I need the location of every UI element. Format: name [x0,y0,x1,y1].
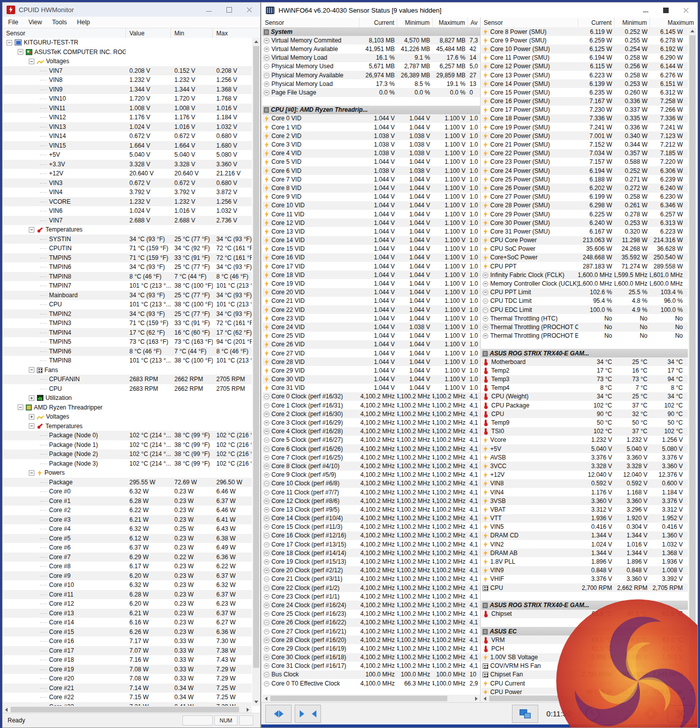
table-row[interactable]: CPU PPT287.183 W71.274 W289.558 W [481,262,688,270]
table-row[interactable]: Core 10 VID1.044 V1.044 V1.100 V1.0 [262,201,480,210]
maximize-button[interactable] [663,7,670,14]
table-row[interactable]: VIN50.416 V0.304 V0.416 V [481,523,688,531]
table-row[interactable]: Temp217 °C16 °C17 °C [481,366,688,375]
column-minimum[interactable]: Minimum [397,18,433,27]
table-row[interactable]: TMPIN8101 °C (213 °...38 °C (100 °F)101 … [3,356,252,366]
section-header-row[interactable]: ASUS ROG STRIX TRX40-E GAM... [481,601,688,609]
table-row[interactable]: Core 28 Clock (perf #16/20)4,100.2 MHz4,… [262,635,480,644]
table-row[interactable]: Physical Memory Used5,671 MB2,787 MB6,25… [262,62,480,71]
table-row[interactable]: TMPIN634 °C (93 °F)25 °C (77 °F)34 °C (9… [3,262,252,272]
table-row[interactable]: Core 9 Clock (perf #5/9)4,100.2 MHz4,100… [262,471,480,479]
table-row[interactable]: TMPIN7101 °C (213 °...38 °C (100 °F)101 … [3,281,252,291]
table-row[interactable]: Core 4 VID1.038 V1.038 V1.100 V1.0 [262,149,480,158]
table-row[interactable]: Core 10 Power (SMU)6.125 W0.254 W6.192 W [481,44,688,53]
expand-columns-button[interactable] [265,705,292,723]
table-row[interactable]: Core 11 Power (SMU)6.194 W0.258 W6.290 W [481,54,688,62]
table-row[interactable]: Core #237.21 W0.41 W7.29 W [3,702,252,706]
table-row[interactable]: Core 11 Clock (perf #7/7)4,100.2 MHz4,10… [262,488,480,496]
table-row[interactable]: Core 9 VID1.044 V1.044 V1.100 V1.0 [262,193,480,201]
table-row[interactable]: CPU Power66.528 W25.120 W316.992 W [481,688,688,694]
column-current[interactable]: Current [359,18,397,27]
table-row[interactable]: Core #16.28 W0.23 W6.37 W [3,496,252,506]
scroll-right-icon[interactable] [244,706,252,713]
table-row[interactable]: Core 0 VID1.044 V1.044 V1.100 V1.0 [262,114,480,123]
table-row[interactable]: Core 30 Power (SMU)6.240 W0.253 W6.313 W [481,218,688,227]
table-row[interactable]: Core #96.20 W0.23 W6.37 W [3,571,252,581]
table-row[interactable]: VIN30.672 V0.672 V0.680 V [3,178,252,188]
table-row[interactable]: Core 12 Power (SMU)6.115 W0.256 W6.144 W [481,62,688,71]
table-row[interactable]: Core #227.15 W0.34 W7.25 W [3,693,252,702]
table-row[interactable]: VRM63.0 °C26.0 °C63.0 °C [481,635,688,644]
scroll-left-icon[interactable] [3,706,10,713]
collapse-columns-button[interactable] [295,705,321,723]
table-row[interactable]: +3.3V3.328 V3.328 V3.360 V [3,160,252,169]
table-row[interactable]: VIN72.688 V2.688 V2.736 V [3,216,252,225]
table-row[interactable]: Core #167.17 W0.33 W7.30 W [3,636,252,646]
table-row[interactable]: Core 13 Power (SMU)6.223 W0.258 W6.276 W [481,71,688,79]
table-row[interactable]: Core 0 T0 Effective Clock4,100.0 MHz66.3… [262,679,480,688]
table-row[interactable]: Core #136.21 W0.23 W6.37 W [3,609,252,618]
table-row[interactable]: Thermal Throttling (PROCHOT E...NoNoNo [481,332,688,340]
table-row[interactable]: Core 5 VID1.044 V1.044 V1.100 V1.0 [262,158,480,166]
scroll-left-icon[interactable] [481,695,489,702]
table-row[interactable]: Voltages [3,412,252,422]
collapse-icon[interactable] [29,227,34,233]
table-row[interactable]: VTT1.936 V1.920 V1.952 V [481,514,688,523]
table-row[interactable]: Core 2 VID1.038 V1.038 V1.100 V1.0 [262,131,480,140]
table-row[interactable]: Core 7 Clock (perf #16/25)4,100.2 MHz4,1… [262,453,480,462]
table-row[interactable]: Core 22 Clock (perf #1/2)4,100.2 MHz4,10… [262,583,480,592]
table-row[interactable]: VIN81.232 V1.232 V1.256 V [3,75,252,85]
column-sensor[interactable]: Sensor [3,28,126,38]
table-row[interactable]: Utilization [3,393,252,403]
table-row[interactable]: Temperatures [3,422,252,431]
table-row[interactable]: Core 27 Clock (perf #16/21)4,100.2 MHz4,… [262,627,480,635]
table-row[interactable]: CPU2,700 RPM2,662 RPM2,705 RPM [481,583,688,592]
table-row[interactable]: Core 21 Power (SMU)7.152 W0.344 W7.212 W [481,140,688,149]
horizontal-scrollbar[interactable] [3,706,252,713]
menu-file[interactable]: File [8,19,18,26]
table-row[interactable]: CPU90 °C32 °C90 °C [481,410,688,418]
table-row[interactable]: CPU EDC Limit100.0 %4.9 %100.0 % [481,305,688,314]
table-row[interactable]: VIN90.848 V0.848 V1.008 V [481,566,688,575]
table-row[interactable]: Core #116.28 W0.23 W6.37 W [3,590,252,600]
table-row[interactable]: TMPIN573 °C (163 °F)73 °C (163 °F)94 °C … [3,337,252,347]
table-row[interactable]: Core 24 VID1.044 V1.038 V1.100 V1.0 [262,323,480,331]
table-row[interactable]: Core 24 Clock (perf #16/24)4,100.2 MHz4,… [262,601,480,609]
scroll-left-icon[interactable] [262,695,270,702]
table-row[interactable]: Core #26.22 W0.23 W6.46 W [3,506,252,515]
table-row[interactable]: Core #217.14 W0.34 W7.25 W [3,684,252,693]
table-row[interactable]: CPUTIN71 °C (159 °F)34 °C (92 °F)72 °C (… [3,244,252,253]
table-row[interactable]: Fans [3,366,252,375]
table-row[interactable]: VBAT3.312 V3.296 V3.312 V [481,505,688,514]
column-average[interactable]: Av [468,18,480,27]
table-row[interactable]: Core 3 Clock (perf #16/29)4,100.2 MHz4,1… [262,418,480,427]
table-row[interactable]: VHIF3.376 V3.360 V3.392 V [481,575,688,583]
table-row[interactable]: CPU101 °C (213 °...38 °C (100 °F)101 °C … [3,300,252,309]
table-row[interactable]: TMPIN234 °C (93 °F)25 °C (77 °F)34 °C (9… [3,309,252,319]
table-row[interactable]: Core 12 VID1.044 V1.044 V1.100 V1.0 [262,218,480,227]
table-row[interactable]: Core 7 VID1.044 V1.044 V1.100 V1.0 [262,175,480,184]
close-sensors-button[interactable] [667,705,693,723]
column-max[interactable]: Max [213,28,260,38]
table-row[interactable]: Motherboard34 °C25 °C34 °C [481,357,688,366]
table-row[interactable]: Core #36.21 W0.23 W6.41 W [3,515,252,525]
table-row[interactable]: Core 3 VID1.038 V1.038 V1.100 V1.0 [262,140,480,149]
table-row[interactable]: Package295.55 W72.69 W296.50 W [3,478,252,487]
table-row[interactable]: Virtual Memory Commited8,103 MB4,570 MB8… [262,36,480,44]
table-row[interactable]: TMPIN88 °C (46 °F)7 °C (44 °F)8 °C (46 °… [3,272,252,282]
scroll-up-icon[interactable] [252,38,260,46]
vertical-scrollbar[interactable] [688,27,696,694]
scroll-up-icon[interactable] [688,27,696,35]
column-sensor[interactable]: Sensor [481,18,578,27]
table-row[interactable]: VIN111.008 V1.008 V1.016 V [3,104,252,113]
table-row[interactable]: Core 8 VID1.044 V1.044 V1.100 V1.0 [262,184,480,192]
table-row[interactable]: VIN61.024 V1.016 V1.032 V [3,206,252,216]
table-row[interactable]: Core 4 Clock (perf #16/28)4,100.2 MHz4,1… [262,427,480,436]
table-row[interactable]: Core #207.08 W0.33 W7.29 W [3,674,252,684]
collapse-icon[interactable] [18,404,23,410]
horizontal-scrollbar[interactable] [262,695,480,702]
table-row[interactable]: Virtual Memory Load16.1 %9.1 %17.6 %14 [262,54,480,62]
table-row[interactable]: TMPIN417 °C (62 °F)16 °C (60 °F)17 °C (6… [3,328,252,338]
close-button[interactable] [246,6,253,13]
table-row[interactable]: Core 15 VID1.044 V1.044 V1.100 V1.0 [262,245,480,253]
